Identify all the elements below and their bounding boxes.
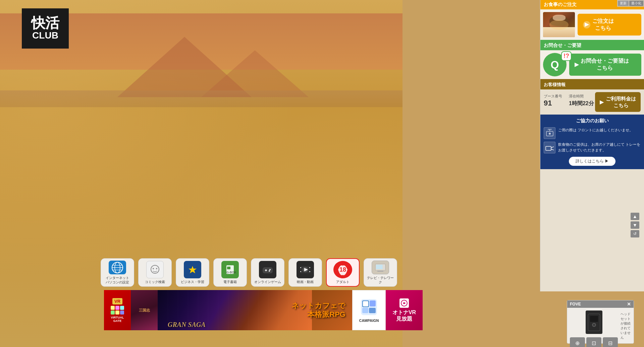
game2-image: 三国志 — [131, 290, 158, 330]
banner-game2[interactable]: 三国志 — [131, 290, 158, 330]
gran-saga-text: ネットカフェで本格派RPG — [291, 301, 345, 319]
update-button[interactable]: 更新 — [618, 1, 629, 6]
time-value: 1時間22分 — [569, 99, 594, 107]
vr-dots — [111, 306, 124, 315]
bottom-icons: インターネットパソコンの設定 コミック検索 ビジネス・学習 G-BOX 電子書籍… — [101, 258, 397, 287]
gran-saga-tagline: ネットカフェで本格派RPG — [291, 301, 345, 319]
bottom-banners: VR VIRTUAL GATE 三国志 GRAN SAGA — [104, 290, 423, 330]
svg-rect-46 — [590, 316, 598, 322]
detail-button[interactable]: 詳しくはこちら ▶ — [569, 157, 615, 166]
order-button[interactable]: ▶ ご注文はこちら — [578, 14, 641, 36]
order-button-label: ご注文はこちら — [592, 18, 614, 32]
gran-saga-bg: GRAN SAGA — [158, 290, 312, 330]
game-icon-label: オンラインゲーム — [254, 280, 281, 284]
pyramid-right — [201, 50, 309, 97]
svg-line-6 — [551, 149, 554, 150]
svg-point-48 — [593, 324, 595, 326]
svg-point-24 — [269, 270, 270, 272]
time-label: 滞在時間 — [569, 94, 594, 99]
vr2-icons — [399, 298, 409, 308]
minimize-button[interactable]: 最小化 — [629, 1, 643, 6]
q-icon: Q !? — [543, 53, 567, 76]
logo-kanji: 快活 — [31, 16, 59, 30]
fove-title: FOVE — [570, 302, 581, 306]
fove-panel: FOVE ✕ ⊕ ⊡ ⊟ ヘッドセットが接続されていません — [567, 300, 634, 344]
cooperation-section: ご協力のお願い ご用の際は フロントにお越しくださいませ。 飲食 — [540, 115, 644, 169]
icon-comic[interactable]: コミック検索 — [138, 258, 172, 287]
scroll-down-button[interactable]: ▼ — [631, 221, 639, 229]
icon-business[interactable]: ビジネス・学習 — [176, 258, 209, 287]
adult-icon-img: 18 — [333, 261, 352, 278]
ebook-icon-img: G-BOX — [221, 261, 239, 278]
adult-icon-label: アダルト — [336, 280, 350, 284]
svg-point-12 — [151, 265, 159, 273]
food-content: ▶ ご注文はこちら — [540, 9, 644, 40]
food-image — [543, 12, 575, 37]
banner-campaign[interactable]: CAMPAIGN — [352, 290, 386, 330]
cooperation-text-2: 飲食物のご提供は、お席のドア越しにて トレーをお渡しさせていただきます。 — [558, 142, 641, 153]
vr2-text: オトナVR見放題 — [392, 309, 416, 322]
fove-close-button[interactable]: ✕ — [627, 301, 631, 307]
svg-text:G-BOX: G-BOX — [226, 271, 236, 274]
svg-rect-20 — [263, 267, 273, 273]
fove-info: ヘッドセットが接続されていません — [621, 310, 631, 347]
game2-label: 三国志 — [139, 308, 150, 313]
scroll-up-button[interactable]: ▲ — [631, 213, 639, 220]
banner-gran-saga[interactable]: GRAN SAGA ネットカフェで本格派RPG — [158, 290, 352, 330]
cooperation-text-1: ご用の際は フロントにお越しくださいませ。 — [558, 127, 633, 133]
vr-label-virtual: VIRTUAL — [111, 316, 124, 319]
svg-rect-18 — [227, 267, 230, 269]
campaign-icon-wrap — [360, 298, 378, 317]
booth-value: 91 — [544, 99, 562, 108]
vr-badge: VR — [112, 298, 122, 304]
customer-info-section: お客様情報 ブース番号 91 滞在時間 1時間22分 ▶ ご利用料金はこちら — [540, 80, 644, 115]
vr-label-gate: GATE — [113, 319, 121, 323]
tv-icon-img — [372, 261, 389, 274]
inquiry-header: お問合せ・ご要望 — [540, 41, 644, 50]
order-button-arrow: ▶ — [583, 21, 590, 28]
fee-button[interactable]: ▶ ご利用料金はこちら — [595, 92, 641, 112]
icon-ebook[interactable]: G-BOX 電子書籍 — [213, 258, 247, 287]
svg-rect-36 — [376, 265, 383, 269]
svg-rect-43 — [369, 308, 376, 313]
inquiry-button-label: お問合せ・ご要望はこちら — [581, 58, 629, 72]
banner-vr2[interactable]: オトナVR見放題 — [386, 290, 423, 330]
comic-icon-img — [146, 261, 164, 278]
fove-controls: ⊕ ⊡ ⊟ — [570, 337, 618, 347]
business-icon-img — [184, 261, 201, 278]
cooperation-item-1: ご用の際は フロントにお越しくださいませ。 — [544, 127, 641, 139]
fove-ctrl-2[interactable]: ⊡ — [586, 337, 601, 347]
scroll-refresh-button[interactable]: ↺ — [631, 230, 639, 237]
time-field: 滞在時間 1時間22分 — [569, 94, 594, 108]
icon-tv[interactable]: テレビ・テレワーク — [364, 258, 397, 287]
internet-icon-img — [109, 261, 126, 274]
banner-vr[interactable]: VR VIRTUAL GATE — [104, 290, 131, 330]
icon-movie[interactable]: 映画・動画 — [288, 258, 322, 287]
inquiry-button-arrow: ▶ — [575, 61, 579, 68]
ebook-icon-label: 電子書籍 — [223, 280, 237, 284]
top-right-buttons: 更新 最小化 — [617, 0, 644, 7]
svg-point-23 — [269, 269, 271, 270]
vr-logo: VIRTUAL GATE — [111, 306, 124, 323]
svg-text:18: 18 — [339, 266, 346, 273]
horizon-water — [0, 90, 402, 107]
svg-rect-40 — [363, 301, 368, 306]
customer-grid: ブース番号 91 滞在時間 1時間22分 — [544, 94, 594, 108]
icon-game[interactable]: オンラインゲーム — [251, 258, 284, 287]
svg-point-13 — [153, 268, 154, 269]
booth-label: ブース番号 — [544, 94, 562, 99]
svg-rect-4 — [546, 146, 551, 150]
logo: 快活 CLUB — [22, 8, 69, 49]
comic-icon-label: コミック検索 — [145, 280, 165, 284]
svg-point-14 — [156, 268, 157, 269]
fee-button-arrow: ▶ — [600, 99, 604, 106]
fee-button-label: ご利用料金はこちら — [606, 95, 636, 109]
inquiry-button[interactable]: ▶ お問合せ・ご要望はこちら — [569, 54, 641, 76]
business-icon-label: ビジネス・学習 — [181, 280, 204, 284]
fove-body: ⊕ ⊡ ⊟ ヘッドセットが接続されていません — [567, 308, 634, 347]
icon-internet[interactable]: インターネットパソコンの設定 — [101, 258, 134, 287]
icon-adult[interactable]: 18 アダルト — [326, 258, 360, 287]
fove-ctrl-3[interactable]: ⊟ — [603, 337, 618, 347]
customer-info-header: お客様情報 — [540, 80, 644, 89]
fove-ctrl-1[interactable]: ⊕ — [570, 337, 585, 347]
